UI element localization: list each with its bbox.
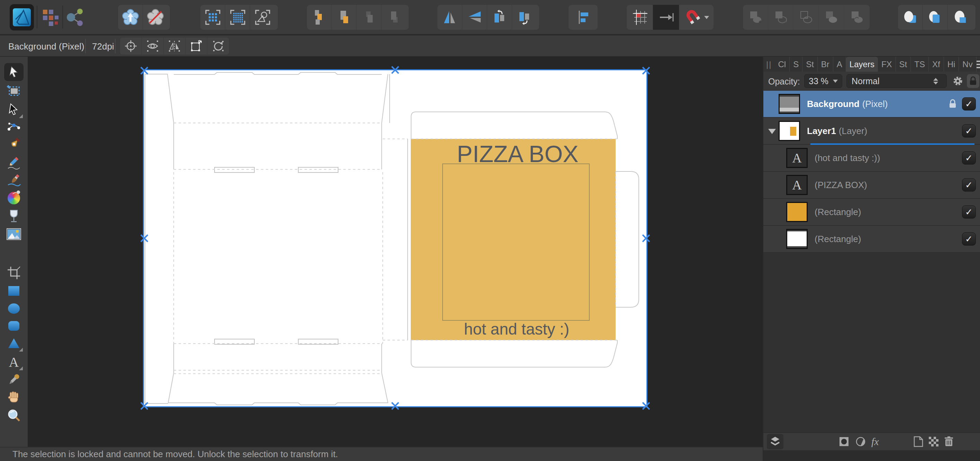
tab-fx[interactable]: FX: [878, 57, 896, 72]
tab-nv[interactable]: Nv: [959, 57, 976, 72]
pizza-subtitle-text[interactable]: hot and tasty :): [464, 320, 569, 338]
tab-cl[interactable]: Cl: [775, 57, 790, 72]
blend-stepper[interactable]: [933, 78, 938, 85]
layer-thumbnail[interactable]: [786, 202, 808, 222]
panel-menu-icon[interactable]: [977, 61, 980, 68]
snap-shape-icon[interactable]: [250, 5, 275, 30]
move-by-whole-pixels-icon[interactable]: [653, 5, 679, 30]
crop-tool-icon[interactable]: [4, 264, 24, 282]
snap-grid-icon[interactable]: [200, 5, 225, 30]
text-layer-thumbnail[interactable]: A: [786, 148, 808, 168]
snap-pixel-grid-icon[interactable]: [225, 5, 250, 30]
cycle-selection-icon[interactable]: [120, 37, 142, 55]
select-tool-icon[interactable]: [4, 101, 24, 119]
boolean-subtract-icon[interactable]: [768, 5, 794, 30]
tab-hi[interactable]: Hi: [944, 57, 959, 72]
mirror-icon[interactable]: [164, 37, 186, 55]
artboard[interactable]: PIZZA BOX hot and tasty :): [143, 69, 648, 407]
color-picker-tool-icon[interactable]: [4, 371, 24, 389]
export-persona-icon[interactable]: [65, 8, 86, 27]
visibility-checkbox[interactable]: ✓: [962, 179, 976, 191]
visibility-checkbox[interactable]: ✓: [962, 124, 976, 137]
transform-origin-icon[interactable]: [186, 37, 207, 55]
layer-row-layer1[interactable]: Layer1 (Layer) ✓: [764, 118, 980, 145]
new-layer-icon[interactable]: [913, 436, 923, 447]
gear-icon[interactable]: [950, 74, 966, 88]
pixel-persona-icon[interactable]: [40, 8, 60, 27]
boolean-add-icon[interactable]: [743, 5, 768, 30]
node-tool-icon[interactable]: [4, 118, 24, 136]
tab-xf[interactable]: Xf: [929, 57, 944, 72]
triangle-tool-icon[interactable]: [4, 334, 24, 352]
insert-replace-icon[interactable]: [948, 5, 973, 30]
flip-horizontal-icon[interactable]: [438, 5, 462, 30]
blend-mode-dropdown[interactable]: Normal: [846, 74, 947, 88]
visibility-checkbox[interactable]: ✓: [962, 206, 976, 219]
insert-behind-icon[interactable]: [898, 5, 923, 30]
hand-tool-icon[interactable]: [4, 389, 24, 407]
new-pixel-layer-icon[interactable]: [929, 437, 939, 447]
magnet-dropdown-caret[interactable]: [704, 16, 709, 19]
opacity-dropdown[interactable]: 33 %: [804, 74, 842, 88]
tab-s[interactable]: S: [790, 57, 802, 72]
boolean-divide-icon[interactable]: [819, 5, 844, 30]
layer-thumbnail[interactable]: [779, 94, 800, 114]
text-layer-thumbnail[interactable]: A: [786, 175, 808, 195]
tab-layers[interactable]: Layers: [846, 57, 878, 72]
pencil-tool-icon[interactable]: [4, 154, 24, 172]
brush-tool-icon[interactable]: [4, 171, 24, 190]
layer-row-pizza-box[interactable]: A (PIZZA BOX) ✓: [764, 172, 980, 199]
boolean-intersect-icon[interactable]: [794, 5, 819, 30]
layer-thumbnail[interactable]: [786, 229, 808, 249]
align-icon[interactable]: [568, 5, 598, 30]
no-export-flower-icon[interactable]: [143, 5, 168, 30]
export-flower-icon[interactable]: [118, 5, 143, 30]
arrange-front-icon[interactable]: [307, 5, 332, 30]
force-pixel-alignment-icon[interactable]: [627, 5, 653, 30]
boolean-combine-icon[interactable]: [844, 5, 869, 30]
layer-thumbnail[interactable]: [779, 121, 800, 141]
place-image-tool-icon[interactable]: [4, 225, 24, 243]
visibility-checkbox[interactable]: ✓: [962, 233, 976, 246]
layer-row-background[interactable]: Background (Pixel) ✓: [764, 91, 980, 118]
arrange-forward-icon[interactable]: [332, 5, 357, 30]
layer-row-rectangle-orange[interactable]: (Rectangle) ✓: [764, 199, 980, 226]
disclosure-triangle-icon[interactable]: [768, 129, 776, 134]
color-tool-icon[interactable]: [4, 189, 24, 207]
mask-icon[interactable]: [839, 436, 849, 447]
visibility-checkbox[interactable]: ✓: [962, 152, 976, 164]
pen-tool-icon[interactable]: [4, 136, 24, 153]
rectangle-tool-icon[interactable]: [4, 282, 24, 300]
artboard-tool-icon[interactable]: [4, 82, 24, 100]
snapping-magnet-icon[interactable]: [679, 5, 714, 30]
rotate-ccw-icon[interactable]: [487, 5, 512, 30]
collapsed-tabs-icon[interactable]: ||: [764, 59, 775, 69]
tab-ts[interactable]: TS: [911, 57, 929, 72]
pizza-lid-rectangle[interactable]: [411, 139, 616, 340]
rotation-icon[interactable]: [207, 37, 229, 55]
affinity-logo-icon[interactable]: [10, 4, 34, 30]
collapse-layers-icon[interactable]: [767, 434, 783, 449]
document-canvas[interactable]: PIZZA BOX hot and tasty :): [28, 57, 763, 447]
tab-br[interactable]: Br: [818, 57, 833, 72]
tab-st2[interactable]: St: [896, 57, 911, 72]
transparency-tool-icon[interactable]: [4, 207, 24, 225]
arrange-back-icon[interactable]: [382, 5, 407, 30]
tab-a[interactable]: A: [833, 57, 846, 72]
ellipse-tool-icon[interactable]: [4, 300, 24, 317]
zoom-tool-icon[interactable]: [4, 407, 24, 424]
visibility-checkbox[interactable]: ✓: [962, 97, 976, 110]
text-tool-icon[interactable]: A: [4, 353, 24, 371]
fx-icon[interactable]: fx: [871, 436, 879, 448]
rounded-rectangle-tool-icon[interactable]: [4, 317, 24, 335]
pizza-title-text[interactable]: PIZZA BOX: [457, 140, 578, 167]
move-tool-icon[interactable]: [4, 63, 24, 81]
rotate-cw-icon[interactable]: [512, 5, 537, 30]
edit-all-layers-icon[interactable]: [142, 37, 164, 55]
insert-inside-icon[interactable]: [923, 5, 948, 30]
layer-row-rectangle-white[interactable]: (Rectangle) ✓: [764, 226, 980, 253]
layer-row-hot-and-tasty[interactable]: A (hot and tasty :)) ✓: [764, 145, 980, 172]
tab-st[interactable]: St: [802, 57, 818, 72]
delete-layer-icon[interactable]: [944, 436, 954, 447]
arrange-backward-icon[interactable]: [357, 5, 382, 30]
